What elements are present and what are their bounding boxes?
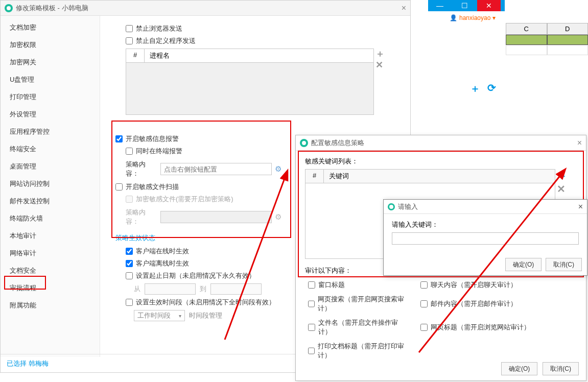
col-keyword[interactable]: 关键词 (324, 170, 492, 183)
col-blank[interactable] (492, 170, 555, 183)
user-badge[interactable]: 👤 hanxiaoyao ▾ (450, 13, 506, 22)
close-icon[interactable]: × (578, 202, 583, 211)
cb-custom-send[interactable] (126, 37, 133, 44)
sidebar-item-extra[interactable]: 附属功能 (1, 297, 100, 314)
sidebar-item-firewall[interactable]: 终端防火墙 (1, 210, 100, 227)
cb-date-range[interactable] (126, 272, 133, 279)
sidebar-item-doc-security[interactable]: 文档安全 (1, 262, 100, 279)
prompt-cancel-button[interactable]: 取消(C) (546, 258, 582, 271)
lbl-web-title: 网页标题（需开启浏览网站审计） (431, 323, 530, 332)
spreadsheet-bg: CD (506, 23, 588, 55)
cb-browser-send[interactable] (126, 25, 133, 32)
col-header[interactable]: C (506, 23, 547, 35)
cb-online[interactable] (126, 248, 133, 255)
col-process-name[interactable]: 进程名 (145, 49, 373, 62)
add-row-icon[interactable]: ＋ (375, 49, 385, 58)
cb-encrypt-files (126, 196, 133, 203)
lbl-filename: 文件名（需开启文件操作审计） (318, 318, 410, 337)
date-from-input (145, 283, 196, 295)
cb-filename[interactable] (308, 324, 315, 331)
bg-close-button[interactable]: ✕ (477, 0, 501, 11)
user-icon: 👤 (450, 14, 457, 21)
lbl-mail: 邮件内容（需开启邮件审计） (431, 299, 517, 308)
lbl-policy-content2: 策略内容： (126, 208, 157, 226)
close-icon[interactable]: × (402, 4, 406, 13)
prompt-title: 请输入 (398, 202, 578, 211)
sidebar-item-network-audit[interactable]: 网络审计 (1, 245, 100, 262)
lbl-terminal-alert: 同时在终端报警 (136, 147, 182, 156)
lbl-enable-alert: 开启敏感信息报警 (126, 134, 179, 144)
gear-icon[interactable]: ⚙ (275, 164, 281, 174)
input-prompt-dialog: 请输入 × 请输入关键词： 确定(O) 取消(C) (383, 199, 587, 276)
time-manage-link[interactable]: 时间段管理 (189, 311, 222, 320)
sidebar: 文档加密 加密权限 加密网关 U盘管理 打印管理 外设管理 应用程序管控 终端安… (1, 16, 100, 357)
lbl-from: 从 (134, 284, 140, 294)
bg-toolbar: ＋ ⟳ (470, 82, 496, 96)
sidebar-item-local-audit[interactable]: 本地审计 (1, 227, 100, 245)
work-period-label: 工作时间段 (137, 311, 171, 320)
sidebar-item-encrypt-auth[interactable]: 加密权限 (1, 36, 100, 54)
prompt-ok-button[interactable]: 确定(O) (505, 258, 542, 271)
lbl-window-title: 窗口标题 (318, 280, 345, 290)
lbl-custom-send: 禁止自定义程序发送 (136, 36, 196, 45)
cb-web-title[interactable] (420, 324, 428, 331)
col-hash[interactable]: # (126, 49, 145, 62)
lbl-chat: 聊天内容（需开启聊天审计） (431, 280, 517, 290)
bg-min-button[interactable]: — (428, 0, 452, 11)
cb-time-period[interactable] (126, 299, 133, 306)
delete-keyword-icon[interactable]: ✕ (557, 184, 567, 194)
lbl-encrypt-files: 加密敏感文件(需要开启加密策略) (136, 195, 233, 204)
add-keyword-icon[interactable]: ＋ (557, 171, 567, 181)
sidebar-item-website[interactable]: 网站访问控制 (1, 175, 100, 193)
prompt-label: 请输入关键词： (392, 220, 579, 229)
add-icon[interactable]: ＋ (470, 82, 480, 96)
cb-enable-scan[interactable] (115, 183, 123, 190)
sidebar-item-doc-encrypt[interactable]: 文档加密 (1, 19, 100, 36)
cb-window-title[interactable] (308, 281, 315, 289)
date-to-input (210, 283, 262, 295)
sidebar-item-encrypt-gateway[interactable]: 加密网关 (1, 54, 100, 71)
cb-mail[interactable] (420, 300, 428, 307)
cb-offline[interactable] (126, 260, 133, 267)
work-period-select[interactable]: 工作时间段▾ (134, 310, 185, 321)
delete-row-icon[interactable]: ✕ (375, 60, 385, 69)
lbl-time-period: 设置生效时间段（未启用情况下全时间段有效） (136, 298, 275, 307)
bg-max-button[interactable]: ☐ (453, 0, 476, 11)
titlebar: 修改策略模板 - 小韩电脑 × (1, 1, 410, 16)
config-cancel-button[interactable]: 取消(C) (543, 362, 579, 375)
lbl-date-range: 设置起止日期（未启用情况下永久有效） (136, 271, 255, 280)
sidebar-item-mail[interactable]: 邮件发送控制 (1, 193, 100, 210)
lbl-print-title: 打印文档标题（需开启打印审计） (318, 342, 410, 360)
sidebar-item-usb[interactable]: U盘管理 (1, 71, 100, 88)
process-table: # 进程名 ＋ ✕ (126, 49, 374, 115)
config-ok-button[interactable]: 确定(O) (501, 362, 537, 375)
cell[interactable] (547, 35, 589, 45)
sidebar-item-desktop[interactable]: 桌面管理 (1, 158, 100, 175)
cb-terminal-alert[interactable] (126, 148, 133, 155)
sidebar-item-approval[interactable]: 审批流程 (1, 279, 100, 297)
close-icon[interactable]: × (577, 138, 582, 148)
policy-content-input[interactable] (160, 163, 272, 175)
cell[interactable] (506, 45, 547, 55)
cb-enable-alert[interactable] (115, 135, 123, 142)
sidebar-item-peripheral[interactable]: 外设管理 (1, 106, 100, 123)
user-name: hanxiaoyao (459, 14, 490, 21)
cell[interactable] (506, 35, 547, 45)
refresh-icon[interactable]: ⟳ (487, 82, 496, 96)
prompt-keyword-input[interactable] (392, 232, 579, 245)
lbl-to: 到 (200, 284, 206, 294)
col-header[interactable]: D (547, 23, 589, 35)
cell[interactable] (547, 45, 589, 55)
sidebar-item-print[interactable]: 打印管理 (1, 88, 100, 106)
selection-status: 已选择 韩梅梅 (7, 359, 49, 368)
cb-print-title[interactable] (308, 347, 315, 354)
sidebar-item-endpoint[interactable]: 终端安全 (1, 140, 100, 158)
audit-checklist: 窗口标题 聊天内容（需开启聊天审计） 网页搜索（需开启网页搜索审计） 邮件内容（… (305, 280, 577, 360)
app-logo-icon (5, 4, 13, 12)
cb-web-search[interactable] (308, 300, 315, 307)
sidebar-item-app-control[interactable]: 应用程序管控 (1, 123, 100, 140)
col-hash[interactable]: # (305, 170, 324, 183)
keyword-list-label: 敏感关键词列表： (305, 157, 577, 166)
cb-chat[interactable] (420, 281, 428, 289)
lbl-online: 客户端在线时生效 (136, 247, 189, 256)
